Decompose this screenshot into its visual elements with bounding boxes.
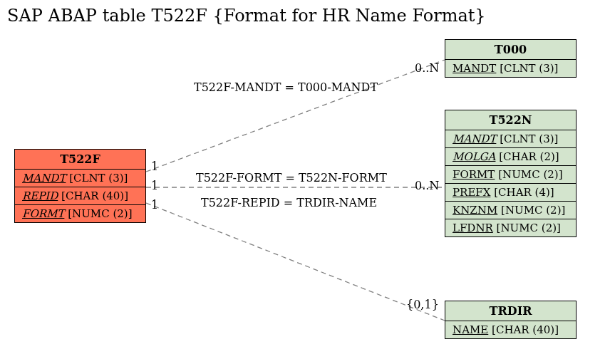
card-e3-left: 1 (151, 198, 158, 212)
field-name: MANDT (22, 172, 66, 184)
table-t522f: T522F MANDT [CLNT (3)] REPID [CHAR (40)]… (14, 149, 146, 223)
table-row: FORMT [NUMC (2)] (15, 205, 145, 222)
field-name: FORMT (453, 168, 495, 181)
field-type: [CLNT (3)] (500, 62, 558, 75)
table-row: REPID [CHAR (40)] (15, 187, 145, 205)
table-t522n-header: T522N (445, 110, 576, 130)
table-row: LFDNR [NUMC (2)] (445, 219, 576, 236)
field-type: [CLNT (3)] (69, 172, 128, 184)
table-row: MANDT [CLNT (3)] (445, 60, 576, 77)
svg-line-0 (146, 60, 445, 172)
table-t522n: T522N MANDT [CLNT (3)] MOLGA [CHAR (2)] … (445, 110, 577, 237)
field-type: [CHAR (4)] (494, 186, 554, 199)
table-row: MANDT [CLNT (3)] (445, 130, 576, 148)
field-type: [CLNT (3)] (500, 132, 558, 145)
card-e2-left: 1 (151, 179, 158, 192)
table-row: KNZNM [NUMC (2)] (445, 202, 576, 219)
field-name: PREFX (453, 186, 490, 199)
field-type: [CHAR (40)] (61, 189, 128, 202)
svg-line-2 (146, 203, 445, 321)
table-row: MANDT [CLNT (3)] (15, 170, 145, 187)
table-row: FORMT [NUMC (2)] (445, 166, 576, 184)
card-e3-right: {0,1} (406, 298, 439, 311)
table-row: PREFX [CHAR (4)] (445, 184, 576, 202)
field-type: [NUMC (2)] (68, 207, 132, 220)
edge-label-repid: T522F-REPID = TRDIR-NAME (201, 196, 377, 209)
table-trdir: TRDIR NAME [CHAR (40)] (445, 301, 577, 339)
field-type: [CHAR (40)] (492, 323, 559, 336)
field-name: MOLGA (453, 150, 495, 163)
field-name: KNZNM (453, 204, 497, 217)
table-t000: T000 MANDT [CLNT (3)] (445, 39, 577, 78)
card-e2-right: 0..N (415, 179, 439, 192)
edge-label-formt: T522F-FORMT = T522N-FORMT (196, 171, 387, 184)
card-e1-right: 0..N (415, 61, 439, 75)
edge-label-mandt: T522F-MANDT = T000-MANDT (194, 80, 378, 94)
field-name: LFDNR (453, 222, 493, 234)
field-type: [NUMC (2)] (498, 168, 562, 181)
field-name: MANDT (453, 62, 496, 75)
card-e1-left: 1 (151, 160, 158, 173)
field-type: [NUMC (2)] (501, 204, 565, 217)
table-t522f-header: T522F (15, 150, 145, 170)
table-row: NAME [CHAR (40)] (445, 321, 576, 338)
table-row: MOLGA [CHAR (2)] (445, 148, 576, 166)
field-type: [CHAR (2)] (499, 150, 559, 163)
table-t000-header: T000 (445, 40, 576, 60)
field-name: REPID (22, 189, 58, 202)
page-title: SAP ABAP table T522F {Format for HR Name… (7, 6, 486, 26)
field-name: FORMT (22, 207, 64, 220)
field-name: MANDT (453, 132, 496, 145)
field-name: NAME (453, 323, 488, 336)
table-trdir-header: TRDIR (445, 301, 576, 321)
field-type: [NUMC (2)] (497, 222, 561, 234)
